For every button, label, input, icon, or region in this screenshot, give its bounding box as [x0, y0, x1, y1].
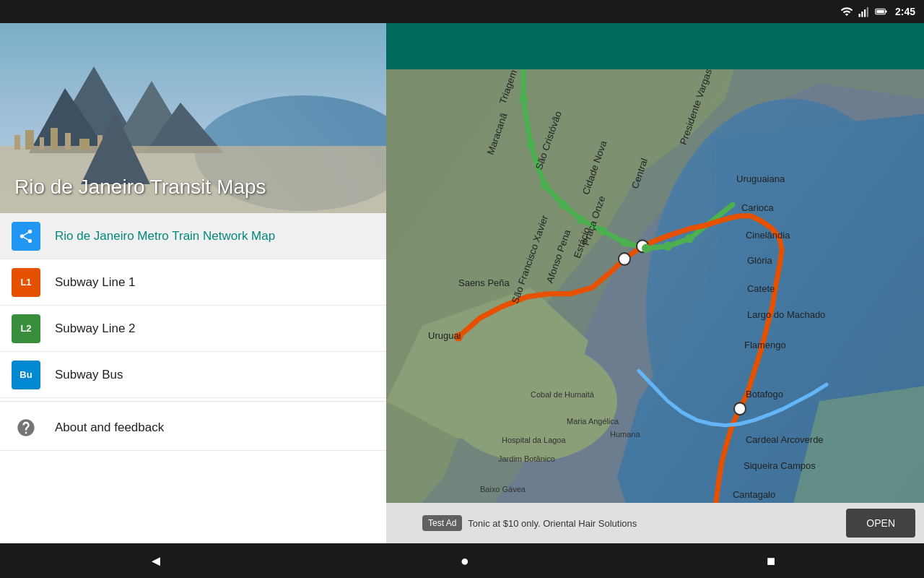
line1-label: Subway Line 1 [55, 275, 136, 290]
line1-badge: L1 [12, 268, 40, 297]
help-icon [16, 418, 36, 438]
svg-rect-17 [51, 128, 58, 150]
svg-rect-19 [79, 139, 90, 150]
menu-section: Rio de Janeiro Metro Train Network Map L… [0, 213, 386, 543]
bus-badge: Bu [12, 361, 40, 389]
menu-divider [0, 401, 386, 402]
svg-text:Largo do Machado: Largo do Machado [747, 309, 825, 320]
svg-text:Flamengo: Flamengo [744, 340, 786, 350]
ad-tag: Test Ad [422, 515, 462, 531]
svg-rect-15 [25, 130, 34, 150]
status-bar: 2:45 [0, 0, 924, 23]
svg-point-30 [619, 253, 630, 265]
menu-item-bus[interactable]: Bu Subway Bus [0, 352, 386, 398]
svg-text:Hospital da Lagoa: Hospital da Lagoa [502, 436, 566, 444]
svg-text:Carioca: Carioca [741, 202, 774, 212]
line1-badge-text: L1 [20, 277, 31, 288]
svg-text:Saens Peña: Saens Peña [458, 277, 510, 288]
bus-label: Subway Bus [55, 368, 123, 382]
svg-point-37 [577, 215, 585, 225]
back-button[interactable]: ◄ [143, 547, 169, 575]
ad-open-button[interactable]: OPEN [846, 509, 915, 538]
network-map-label: Rio de Janeiro Metro Train Network Map [55, 229, 275, 243]
recent-button[interactable]: ■ [761, 547, 781, 575]
svg-text:Baixo Gávea: Baixo Gávea [480, 485, 526, 493]
svg-rect-16 [40, 137, 44, 150]
svg-text:Uruguai: Uruguai [428, 330, 461, 341]
status-icons: 2:45 [840, 5, 915, 18]
svg-point-35 [541, 181, 549, 191]
svg-point-34 [526, 139, 535, 149]
map-panel[interactable]: Triagem Maracanã São Cristóvão Cidade No… [386, 23, 924, 543]
svg-rect-6 [885, 11, 886, 13]
svg-text:Siqueira Campos: Siqueira Campos [744, 460, 816, 471]
svg-text:Catete: Catete [747, 282, 775, 293]
left-panel: Rio de Janeiro Transit Maps Rio de Janei… [0, 23, 386, 543]
svg-text:Cinelândia: Cinelândia [746, 230, 790, 241]
svg-point-39 [620, 238, 629, 247]
svg-rect-1 [861, 12, 863, 17]
bus-badge-text: Bu [19, 369, 32, 380]
svg-rect-14 [14, 135, 20, 150]
share-icon-badge [12, 222, 40, 251]
svg-point-40 [642, 244, 650, 254]
svg-text:Maria Angélica: Maria Angélica [567, 416, 619, 425]
svg-text:Jardim Botânico: Jardim Botânico [498, 454, 555, 463]
share-icon [18, 228, 34, 244]
svg-rect-18 [65, 133, 71, 150]
line2-badge: L2 [12, 314, 40, 343]
svg-point-41 [663, 241, 672, 251]
svg-text:Humana: Humana [610, 430, 640, 439]
signal-icon [858, 5, 871, 18]
svg-text:Glória: Glória [747, 255, 772, 266]
svg-point-33 [519, 94, 528, 103]
feedback-label: About and feedback [55, 420, 164, 435]
svg-text:Cantagalo: Cantagalo [733, 489, 775, 500]
svg-point-38 [598, 227, 607, 236]
svg-rect-20 [97, 135, 103, 150]
nav-bar: ◄ ● ■ [0, 543, 924, 578]
line2-label: Subway Line 2 [55, 322, 136, 336]
svg-rect-0 [858, 14, 860, 17]
ad-text: Tonic at $10 only. Oriental Hair Solutio… [468, 518, 846, 529]
svg-text:Botafogo: Botafogo [746, 389, 783, 400]
help-icon-badge [12, 413, 40, 442]
svg-text:Uruguaiana: Uruguaiana [736, 173, 785, 184]
menu-item-line1[interactable]: L1 Subway Line 1 [0, 259, 386, 306]
svg-point-36 [559, 200, 567, 210]
menu-item-feedback[interactable]: About and feedback [0, 405, 386, 451]
svg-text:Cardeal Arcoverde: Cardeal Arcoverde [746, 434, 824, 445]
menu-item-line2[interactable]: L2 Subway Line 2 [0, 306, 386, 352]
ad-banner: Test Ad Tonic at $10 only. Oriental Hair… [386, 503, 924, 543]
hero-title: Rio de Janeiro Transit Maps [14, 176, 266, 199]
svg-rect-5 [876, 10, 884, 14]
svg-rect-3 [867, 7, 868, 17]
svg-point-32 [734, 402, 746, 415]
wifi-icon [840, 5, 853, 18]
metro-map-svg: Triagem Maracanã São Cristóvão Cidade No… [386, 23, 924, 543]
battery-icon [875, 5, 888, 18]
line2-badge-text: L2 [20, 323, 31, 334]
hero-image: Rio de Janeiro Transit Maps [0, 23, 386, 213]
svg-rect-2 [864, 9, 866, 17]
map-background: Triagem Maracanã São Cristóvão Cidade No… [386, 23, 924, 543]
clock: 2:45 [895, 6, 915, 17]
teal-header-bar [386, 23, 924, 69]
svg-point-42 [685, 234, 694, 243]
menu-item-network-map[interactable]: Rio de Janeiro Metro Train Network Map [0, 213, 386, 259]
home-button[interactable]: ● [455, 547, 475, 575]
svg-text:Cobal de Humaitá: Cobal de Humaitá [531, 390, 595, 399]
